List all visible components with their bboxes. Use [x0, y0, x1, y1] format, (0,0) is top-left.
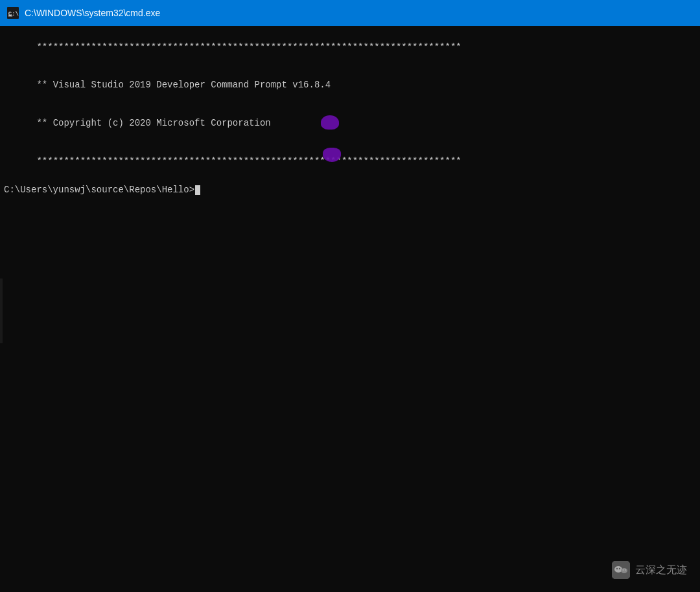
svg-point-9 [625, 569, 626, 571]
prompt-text: C:\Users\yunswj\source\Repos\Hello> [4, 185, 194, 195]
cmd-icon: C:\ [6, 6, 19, 19]
copyright-line: ** Copyright (c) 2020 Microsoft Corporat… [36, 118, 270, 128]
stars-top: ****************************************… [36, 42, 461, 52]
svg-point-5 [621, 568, 627, 573]
left-indicator-bar [0, 279, 3, 343]
title-bar[interactable]: C:\ C:\WINDOWS\system32\cmd.exe [0, 0, 700, 26]
console-body[interactable]: ****************************************… [0, 26, 700, 592]
prompt-line: C:\Users\yunswj\source\Repos\Hello> [4, 185, 696, 195]
cmd-window: C:\ C:\WINDOWS\system32\cmd.exe ********… [0, 0, 700, 592]
svg-point-4 [614, 566, 622, 573]
purple-blob-bottom [323, 148, 341, 162]
watermark-text: 云深之无迹 [635, 564, 687, 577]
console-output: ****************************************… [4, 28, 696, 181]
stars-bottom: ****************************************… [36, 156, 461, 166]
vs-line: ** Visual Studio 2019 Developer Command … [36, 80, 331, 90]
svg-point-7 [619, 568, 620, 569]
cursor [195, 185, 200, 195]
wechat-icon [612, 561, 630, 579]
svg-point-8 [623, 569, 624, 571]
svg-rect-2 [8, 16, 12, 17]
svg-point-6 [616, 568, 618, 569]
watermark: 云深之无迹 [612, 561, 687, 579]
title-bar-text: C:\WINDOWS\system32\cmd.exe [25, 8, 160, 18]
purple-blob-top [321, 115, 339, 130]
